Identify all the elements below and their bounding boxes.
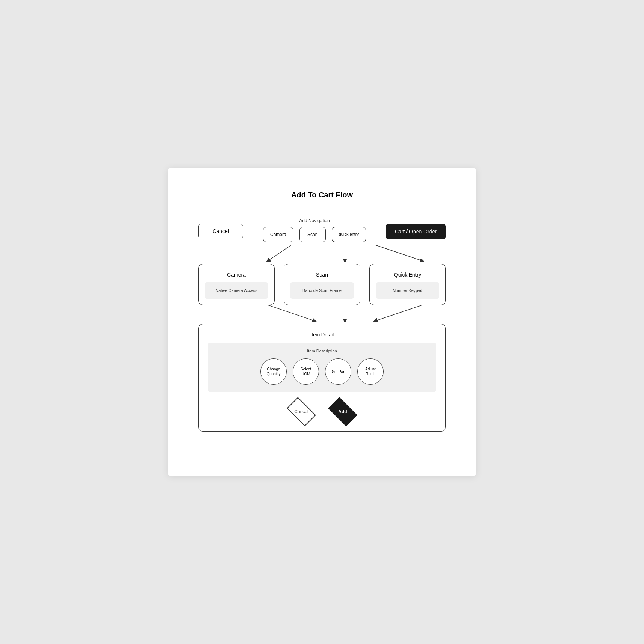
svg-line-5 [375,305,422,321]
cancel-diamond-wrapper[interactable]: Cancel [284,401,318,422]
item-description-area: Item Description ChangeQuantity SelectUO… [208,343,436,392]
bottom-buttons: Cancel Add [208,401,436,422]
quick-entry-screen-inner: Number Keypad [376,282,439,299]
nav-boxes: Camera Scan quick entry [263,227,366,242]
flow-arrows-1 [198,245,446,264]
item-detail-box: Item Detail Item Description ChangeQuant… [198,324,446,432]
svg-line-2 [375,245,422,261]
page-title: Add To Cart Flow [198,191,446,199]
action-circles: ChangeQuantity SelectUOM Set Par AdjustR… [215,358,429,385]
camera-nav-box[interactable]: Camera [263,227,293,242]
main-content: Cancel Add Navigation Camera Scan quick … [198,218,446,432]
quick-entry-screen-title: Quick Entry [376,272,439,278]
flow-arrows-2 [198,305,446,324]
top-section: Cancel Add Navigation Camera Scan quick … [198,218,446,242]
item-detail-title: Item Detail [208,332,436,337]
camera-screen-inner: Native Camera Access [205,282,268,299]
scan-screen-title: Scan [290,272,354,278]
change-quantity-circle[interactable]: ChangeQuantity [260,358,287,385]
scan-screen-inner: Barcode Scan Frame [290,282,354,299]
set-par-circle[interactable]: Set Par [325,358,351,385]
nav-section: Add Navigation Camera Scan quick entry [263,218,366,242]
quick-entry-nav-box[interactable]: quick entry [332,227,366,242]
adjust-retail-circle[interactable]: AdjustRetail [357,358,384,385]
scan-nav-box[interactable]: Scan [299,227,326,242]
svg-line-3 [268,305,314,321]
svg-line-0 [268,245,291,261]
item-description-label: Item Description [215,349,429,353]
add-diamond-label: Add [338,409,347,414]
add-diamond-wrapper[interactable]: Add [326,401,360,422]
cancel-diamond-label: Cancel [294,409,308,414]
cancel-top-button[interactable]: Cancel [198,224,243,238]
scan-screen: Scan Barcode Scan Frame [284,264,360,305]
nav-label: Add Navigation [299,218,330,223]
cart-button[interactable]: Cart / Open Order [386,224,446,239]
select-uom-circle[interactable]: SelectUOM [293,358,319,385]
camera-screen-title: Camera [205,272,268,278]
camera-screen: Camera Native Camera Access [198,264,275,305]
page-container: Add To Cart Flow Cancel Add Navigation C… [168,168,476,476]
quick-entry-screen: Quick Entry Number Keypad [369,264,446,305]
screens-row: Camera Native Camera Access Scan Barcode… [198,264,446,305]
